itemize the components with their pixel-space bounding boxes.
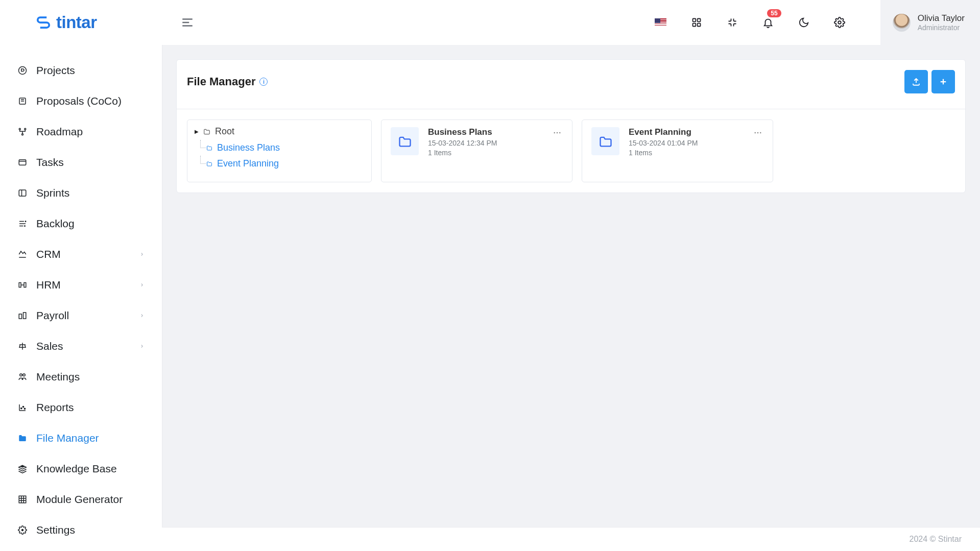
tasks-icon	[17, 157, 28, 167]
folder-menu-button[interactable]	[752, 127, 763, 138]
info-icon[interactable]: i	[259, 78, 268, 86]
svg-point-14	[23, 374, 26, 376]
svg-point-16	[22, 406, 23, 407]
sidebar-item-proposals[interactable]: Proposals (CoCo)	[0, 86, 162, 116]
chevron-right-icon	[139, 344, 145, 349]
sidebar-item-label: HRM	[36, 279, 131, 291]
upload-icon	[912, 77, 921, 86]
sidebar: tintar Projects Proposals (CoCo) Roadmap…	[0, 0, 162, 551]
crm-icon	[17, 249, 28, 259]
sidebar-item-crm[interactable]: CRM	[0, 239, 162, 270]
apps-icon	[691, 17, 702, 28]
new-folder-button[interactable]	[931, 70, 955, 93]
page-title-text: File Manager	[187, 75, 255, 88]
svg-point-13	[20, 374, 22, 376]
folder-card-event-planning[interactable]: Event Planning 15-03-2024 01:04 PM 1 Ite…	[582, 119, 773, 182]
svg-point-28	[757, 132, 759, 134]
tree-root-label: Root	[215, 126, 234, 137]
fullscreen-exit-icon	[727, 17, 737, 28]
knowledge-base-icon	[17, 464, 28, 474]
sidebar-item-meetings[interactable]: Meetings	[0, 362, 162, 392]
folder-icon-box	[391, 127, 419, 155]
svg-point-2	[19, 128, 20, 130]
folder-name: Business Plans	[428, 127, 542, 137]
sidebar-item-label: Tasks	[36, 156, 145, 169]
fullscreen-exit-button[interactable]	[725, 15, 739, 30]
folder-icon	[206, 161, 213, 167]
theme-toggle-button[interactable]	[797, 15, 811, 30]
topbar: 55 Olivia Taylor Administrator	[162, 0, 980, 45]
menu-toggle-button[interactable]	[180, 15, 195, 30]
sprints-icon	[17, 188, 28, 198]
svg-point-3	[25, 128, 26, 130]
module-generator-icon	[17, 494, 28, 505]
sidebar-item-label: Backlog	[36, 218, 145, 230]
sidebar-item-label: CRM	[36, 248, 131, 260]
folder-items: 1 Items	[629, 149, 743, 157]
svg-point-4	[22, 134, 23, 135]
hrm-icon	[17, 280, 28, 290]
roadmap-icon	[17, 127, 28, 137]
sidebar-item-file-manager[interactable]: File Manager	[0, 423, 162, 453]
upload-button[interactable]	[904, 70, 928, 93]
tree-root[interactable]: ▶ Root	[195, 126, 362, 137]
notifications-button[interactable]: 55	[761, 15, 775, 30]
svg-rect-20	[697, 19, 700, 22]
logo-mark-icon	[36, 15, 51, 30]
folder-card-business-plans[interactable]: Business Plans 15-03-2024 12:34 PM 1 Ite…	[381, 119, 572, 182]
sidebar-item-hrm[interactable]: HRM	[0, 270, 162, 300]
sidebar-item-tasks[interactable]: Tasks	[0, 147, 162, 178]
sidebar-item-sprints[interactable]: Sprints	[0, 178, 162, 208]
avatar	[893, 14, 911, 32]
settings-button[interactable]	[832, 15, 847, 30]
folder-items: 1 Items	[428, 149, 542, 157]
folder-icon	[398, 134, 412, 149]
file-manager-icon	[17, 433, 28, 443]
folder-date: 15-03-2024 12:34 PM	[428, 139, 542, 147]
sidebar-item-reports[interactable]: Reports	[0, 392, 162, 423]
sidebar-item-sales[interactable]: Sales	[0, 331, 162, 362]
svg-rect-22	[697, 23, 700, 27]
content: File Manager i ▶ Root	[162, 45, 980, 527]
sidebar-item-label: Payroll	[36, 309, 131, 322]
sidebar-item-label: File Manager	[36, 432, 145, 444]
sidebar-item-backlog[interactable]: Backlog	[0, 208, 162, 239]
svg-point-17	[24, 408, 25, 409]
svg-point-23	[838, 21, 841, 24]
logo[interactable]: tintar	[36, 13, 97, 32]
backlog-icon	[17, 219, 28, 229]
sidebar-item-settings[interactable]: Settings	[0, 515, 162, 545]
logo-area: tintar	[0, 0, 162, 45]
language-button[interactable]	[654, 15, 668, 30]
bell-icon	[762, 17, 774, 28]
svg-point-26	[559, 132, 561, 134]
tree-children: Business Plans Event Planning	[195, 140, 362, 172]
tree-item-event-planning[interactable]: Event Planning	[206, 156, 362, 172]
folder-icon	[203, 128, 211, 135]
flag-us-icon	[655, 18, 666, 27]
menu-icon	[181, 16, 194, 29]
sidebar-item-roadmap[interactable]: Roadmap	[0, 116, 162, 147]
settings-icon	[17, 525, 28, 535]
moon-icon	[798, 17, 809, 28]
profile-role: Administrator	[918, 23, 965, 32]
tree-item-label: Business Plans	[217, 142, 280, 153]
profile-menu[interactable]: Olivia Taylor Administrator	[880, 0, 980, 45]
sidebar-item-knowledge-base[interactable]: Knowledge Base	[0, 453, 162, 484]
svg-rect-18	[19, 496, 26, 503]
dots-horizontal-icon	[753, 128, 762, 137]
svg-point-8	[25, 226, 26, 227]
folder-grid: Business Plans 15-03-2024 12:34 PM 1 Ite…	[381, 119, 955, 182]
sidebar-item-module-generator[interactable]: Module Generator	[0, 484, 162, 515]
folder-menu-button[interactable]	[552, 127, 563, 138]
chevron-right-icon	[139, 252, 145, 257]
notifications-badge: 55	[767, 9, 781, 17]
caret-right-icon: ▶	[195, 129, 199, 134]
tree-item-business-plans[interactable]: Business Plans	[206, 140, 362, 156]
tree-item-label: Event Planning	[217, 158, 279, 169]
sidebar-item-projects[interactable]: Projects	[0, 55, 162, 86]
sidebar-item-payroll[interactable]: Payroll	[0, 300, 162, 331]
folder-tree-panel: ▶ Root Business Plans Event Planning	[187, 119, 372, 182]
apps-button[interactable]	[689, 15, 704, 30]
svg-point-25	[557, 132, 558, 134]
